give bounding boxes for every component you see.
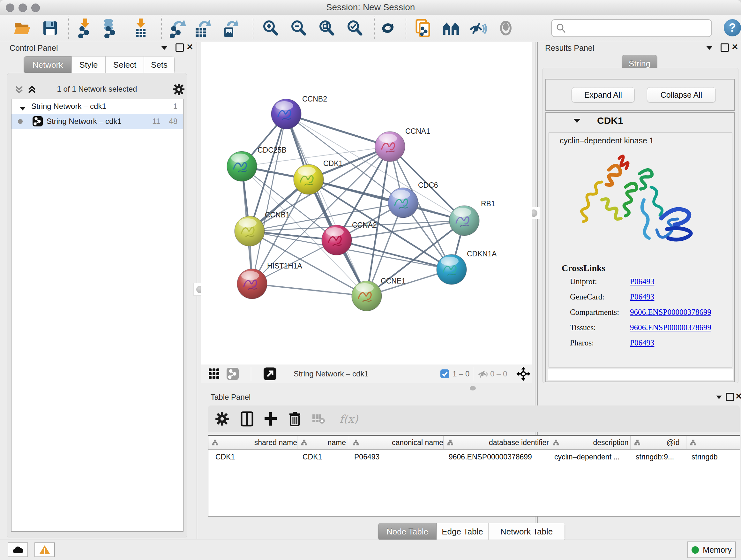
fit-selected-crosshair-icon[interactable] [516,365,530,383]
node-CCNB2[interactable] [271,99,301,129]
column-header-namespace[interactable]: namespace [686,436,740,449]
crosslink-label: Pharos: [570,338,594,347]
import-network-icon[interactable] [76,19,94,37]
column-header-database-identifier[interactable]: database identifier [444,436,549,449]
network-canvas[interactable]: CCNB2CCNA1CDC25BCDK1CDC6RB1CCNB1CCNA2CDK… [201,42,532,365]
network-collection-label: String Network – cdk1 [31,102,106,111]
edge-HIST1H1A-CCNE1 [252,284,367,296]
node-CCNA2[interactable] [322,225,352,255]
crosslink-link[interactable]: P06493 [630,338,654,348]
node-HIST1H1A[interactable] [237,269,267,299]
control-panel-collapse-icon[interactable] [161,45,168,51]
export-table-icon[interactable] [193,19,211,37]
crosslink-link[interactable]: P06493 [630,293,654,301]
network-options-gear-icon[interactable] [173,83,185,96]
zoom-out-icon[interactable] [289,19,308,37]
node-CDC6[interactable] [388,188,418,218]
tab-network[interactable]: Network [24,56,71,73]
table-cell[interactable]: CDK1 [297,450,349,464]
hide-panels-icon[interactable] [468,19,487,37]
network-row-selected[interactable]: String Network – cdk1 11 48 [11,114,183,129]
tab-edge-table[interactable]: Edge Table [436,523,488,540]
open-session-icon[interactable] [13,19,31,37]
import-table-icon[interactable] [131,19,150,37]
tab-sets[interactable]: Sets [144,56,175,73]
node-CCNA1[interactable] [375,132,405,162]
node-layer [227,99,479,311]
column-header-description[interactable]: description [549,436,630,449]
table-cell[interactable]: 9606.ENSP00000378699 [444,450,549,464]
entry-collapse-caret[interactable] [574,118,581,124]
column-header-shared-name[interactable]: shared name [208,436,297,449]
table-tabs: Node TableEdge TableNetwork Table [378,523,565,540]
table-panel: Table Panel ✕ f(x) shared na [207,391,741,539]
table-cell[interactable]: stringdb:9... [630,450,686,464]
network-view-footer: String Network – cdk1 1 – 0 0 – 0 [201,365,532,383]
node-CCNB1[interactable] [234,216,265,246]
search-input[interactable] [568,21,707,35]
export-network-icon[interactable] [169,19,187,37]
table-header-row: shared namenamecanonical namedatabase id… [208,436,740,450]
network-node-count: 11 [152,117,160,126]
zoom-fit-icon[interactable] [317,19,336,37]
help-button[interactable]: ? [724,19,741,37]
network-collection-row[interactable]: String Network – cdk1 1 [11,99,183,114]
expand-all-button[interactable]: Expand All [571,87,635,103]
crosslink-row: Tissues:9606.ENSP00000378699 [570,323,730,338]
table-panel-close-icon[interactable]: ✕ [735,391,741,401]
tab-node-table[interactable]: Node Table [378,523,436,540]
node-CDK1[interactable] [293,165,324,194]
results-panel-collapse-icon[interactable] [706,45,713,51]
table-cell[interactable]: P06493 [349,450,444,464]
table-panel-collapse-icon[interactable] [716,395,722,400]
warnings-button[interactable] [35,543,55,557]
show-panel-eye-icon[interactable] [496,19,515,37]
import-network-from-database-icon[interactable] [100,19,119,37]
control-panel-float-icon[interactable] [176,44,184,52]
save-session-icon[interactable] [41,19,59,37]
table-gear-icon[interactable] [213,410,231,428]
network-snapshot-icon[interactable] [414,19,432,37]
results-panel-close-icon[interactable]: ✕ [731,42,738,52]
zoom-in-icon[interactable] [261,19,280,37]
node-label-CCNE1: CCNE1 [381,277,406,285]
tab-select[interactable]: Select [106,56,144,73]
apply-layout-icon[interactable] [379,19,397,37]
export-image-icon[interactable] [221,19,239,37]
create-column-icon[interactable] [262,410,280,428]
show-columns-icon[interactable] [238,410,256,428]
node-RB1[interactable] [449,206,479,236]
edge-CCNB2-HIST1H1A [252,114,286,284]
node-CDC25B[interactable] [227,151,257,181]
node-CCNE1[interactable] [352,281,382,311]
table-row[interactable]: CDK1CDK1P064939606.ENSP00000378699cyclin… [208,450,740,464]
crosslink-link[interactable]: 9606.ENSP00000378699 [630,308,711,317]
control-panel-close-icon[interactable]: ✕ [186,42,193,52]
table-cell[interactable]: cyclin–dependent ... [549,450,630,464]
crosslink-row: Compartments:9606.ENSP00000378699 [570,308,730,323]
grid-view-icon[interactable] [209,365,219,383]
results-panel-float-icon[interactable] [721,44,729,52]
node-CDKN1A[interactable] [436,254,467,285]
tab-network-table[interactable]: Network Table [488,523,565,540]
delete-column-trash-icon[interactable] [286,410,304,428]
memory-button[interactable]: Memory [687,542,736,558]
column-header-name[interactable]: name [297,436,349,449]
tab-style[interactable]: Style [71,56,106,73]
collapse-all-button[interactable]: Collapse All [647,87,716,103]
selected-checkbox-icon[interactable] [441,365,449,383]
cytoscape-window: Session: New Session [0,0,741,560]
zoom-selected-icon[interactable] [345,19,364,37]
horizontal-splitter-handle[interactable] [470,386,476,390]
birds-eye-view-icon[interactable] [442,19,460,37]
crosslink-link[interactable]: P06493 [630,277,654,286]
network-thumbnail-icon[interactable] [226,365,239,383]
table-cell[interactable]: stringdb [686,450,740,464]
column-header-canonical-name[interactable]: canonical name [349,436,444,449]
crosslink-link[interactable]: 9606.ENSP00000378699 [630,323,711,332]
cloud-button[interactable] [8,543,28,557]
open-in-new-window-icon[interactable] [264,365,276,383]
column-header--id[interactable]: @id [630,436,686,449]
table-panel-float-icon[interactable] [726,393,734,401]
table-cell[interactable]: CDK1 [208,450,297,464]
